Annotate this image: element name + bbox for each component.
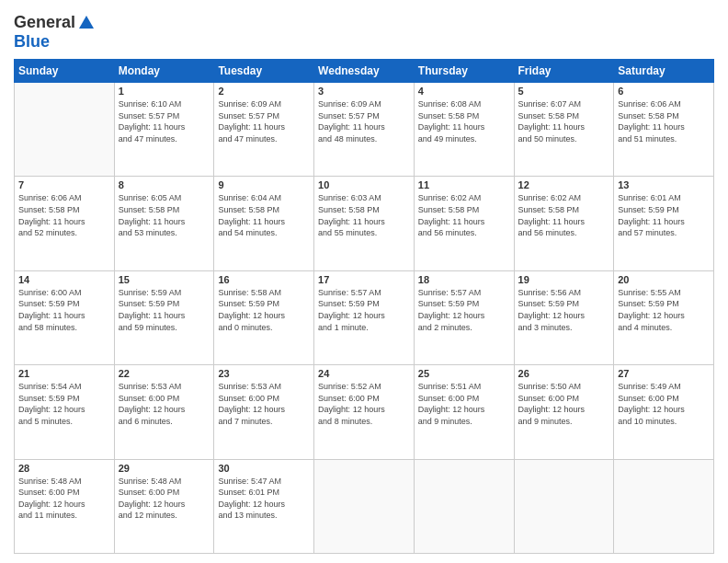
day-number: 20 — [618, 274, 710, 285]
day-info: Sunrise: 6:09 AM Sunset: 5:57 PM Dayligh… — [218, 98, 310, 144]
day-number: 17 — [318, 274, 410, 285]
day-number: 19 — [518, 274, 610, 285]
day-number: 22 — [119, 368, 210, 379]
calendar-week-3: 14Sunrise: 6:00 AM Sunset: 5:59 PM Dayli… — [15, 270, 714, 364]
calendar-cell: 18Sunrise: 5:57 AM Sunset: 5:59 PM Dayli… — [414, 270, 514, 364]
calendar-week-2: 7Sunrise: 6:06 AM Sunset: 5:58 PM Daylig… — [15, 177, 714, 270]
day-number: 5 — [518, 86, 610, 97]
logo-blue: Blue — [14, 32, 50, 51]
calendar-table: SundayMondayTuesdayWednesdayThursdayFrid… — [14, 59, 714, 554]
day-number: 27 — [618, 368, 710, 379]
day-info: Sunrise: 6:07 AM Sunset: 5:58 PM Dayligh… — [518, 98, 610, 144]
calendar-cell: 13Sunrise: 6:01 AM Sunset: 5:59 PM Dayli… — [614, 177, 714, 270]
weekday-monday: Monday — [114, 60, 214, 83]
calendar-cell — [614, 459, 714, 553]
calendar-cell — [414, 459, 514, 553]
weekday-thursday: Thursday — [414, 60, 514, 83]
calendar-cell: 3Sunrise: 6:09 AM Sunset: 5:57 PM Daylig… — [314, 83, 415, 177]
calendar-cell: 6Sunrise: 6:06 AM Sunset: 5:58 PM Daylig… — [614, 83, 714, 177]
day-info: Sunrise: 5:55 AM Sunset: 5:59 PM Dayligh… — [618, 287, 710, 333]
day-info: Sunrise: 5:49 AM Sunset: 6:00 PM Dayligh… — [618, 381, 710, 427]
calendar-cell: 16Sunrise: 5:58 AM Sunset: 5:59 PM Dayli… — [214, 270, 314, 364]
day-number: 21 — [18, 368, 110, 379]
day-number: 4 — [418, 86, 510, 97]
day-info: Sunrise: 5:47 AM Sunset: 6:01 PM Dayligh… — [218, 476, 310, 522]
day-number: 15 — [119, 274, 210, 285]
calendar-cell — [15, 83, 115, 177]
day-info: Sunrise: 5:53 AM Sunset: 6:00 PM Dayligh… — [218, 381, 310, 427]
calendar-week-1: 1Sunrise: 6:10 AM Sunset: 5:57 PM Daylig… — [15, 83, 714, 177]
weekday-saturday: Saturday — [614, 60, 714, 83]
calendar-cell: 26Sunrise: 5:50 AM Sunset: 6:00 PM Dayli… — [514, 365, 614, 459]
calendar-cell: 28Sunrise: 5:48 AM Sunset: 6:00 PM Dayli… — [15, 459, 115, 553]
day-info: Sunrise: 5:48 AM Sunset: 6:00 PM Dayligh… — [18, 476, 110, 522]
calendar-cell: 27Sunrise: 5:49 AM Sunset: 6:00 PM Dayli… — [614, 365, 714, 459]
day-info: Sunrise: 5:57 AM Sunset: 5:59 PM Dayligh… — [418, 287, 510, 333]
calendar-cell: 7Sunrise: 6:06 AM Sunset: 5:58 PM Daylig… — [15, 177, 115, 270]
calendar-cell: 24Sunrise: 5:52 AM Sunset: 6:00 PM Dayli… — [314, 365, 415, 459]
weekday-tuesday: Tuesday — [214, 60, 314, 83]
day-info: Sunrise: 5:58 AM Sunset: 5:59 PM Dayligh… — [218, 287, 310, 333]
day-number: 24 — [318, 368, 410, 379]
day-number: 23 — [218, 368, 310, 379]
calendar-cell: 29Sunrise: 5:48 AM Sunset: 6:00 PM Dayli… — [114, 459, 214, 553]
day-info: Sunrise: 5:53 AM Sunset: 6:00 PM Dayligh… — [119, 381, 210, 427]
weekday-sunday: Sunday — [15, 60, 115, 83]
day-number: 18 — [418, 274, 510, 285]
weekday-wednesday: Wednesday — [314, 60, 415, 83]
day-number: 1 — [119, 86, 210, 97]
day-number: 30 — [218, 463, 310, 474]
day-info: Sunrise: 6:05 AM Sunset: 5:58 PM Dayligh… — [119, 192, 210, 238]
calendar-cell: 14Sunrise: 6:00 AM Sunset: 5:59 PM Dayli… — [15, 270, 115, 364]
day-number: 26 — [518, 368, 610, 379]
calendar-cell: 8Sunrise: 6:05 AM Sunset: 5:58 PM Daylig… — [114, 177, 214, 270]
calendar-cell: 15Sunrise: 5:59 AM Sunset: 5:59 PM Dayli… — [114, 270, 214, 364]
header: General Blue — [14, 9, 714, 52]
calendar-cell: 1Sunrise: 6:10 AM Sunset: 5:57 PM Daylig… — [114, 83, 214, 177]
logo-general: General — [14, 13, 75, 32]
day-number: 10 — [318, 179, 410, 190]
day-number: 12 — [518, 179, 610, 190]
svg-marker-0 — [79, 16, 94, 29]
weekday-header-row: SundayMondayTuesdayWednesdayThursdayFrid… — [15, 60, 714, 83]
day-number: 13 — [618, 179, 710, 190]
day-number: 28 — [18, 463, 110, 474]
day-info: Sunrise: 6:09 AM Sunset: 5:57 PM Dayligh… — [318, 98, 410, 144]
day-number: 2 — [218, 86, 310, 97]
day-info: Sunrise: 6:01 AM Sunset: 5:59 PM Dayligh… — [618, 192, 710, 238]
day-info: Sunrise: 5:59 AM Sunset: 5:59 PM Dayligh… — [119, 287, 210, 333]
day-number: 25 — [418, 368, 510, 379]
day-info: Sunrise: 5:56 AM Sunset: 5:59 PM Dayligh… — [518, 287, 610, 333]
calendar-cell: 12Sunrise: 6:02 AM Sunset: 5:58 PM Dayli… — [514, 177, 614, 270]
day-number: 3 — [318, 86, 410, 97]
calendar-week-4: 21Sunrise: 5:54 AM Sunset: 5:59 PM Dayli… — [15, 365, 714, 459]
calendar-cell: 4Sunrise: 6:08 AM Sunset: 5:58 PM Daylig… — [414, 83, 514, 177]
day-info: Sunrise: 5:48 AM Sunset: 6:00 PM Dayligh… — [119, 476, 210, 522]
day-number: 6 — [618, 86, 710, 97]
calendar-cell: 19Sunrise: 5:56 AM Sunset: 5:59 PM Dayli… — [514, 270, 614, 364]
calendar-cell — [514, 459, 614, 553]
calendar-cell: 21Sunrise: 5:54 AM Sunset: 5:59 PM Dayli… — [15, 365, 115, 459]
calendar-cell: 11Sunrise: 6:02 AM Sunset: 5:58 PM Dayli… — [414, 177, 514, 270]
day-info: Sunrise: 6:03 AM Sunset: 5:58 PM Dayligh… — [318, 192, 410, 238]
calendar-cell: 2Sunrise: 6:09 AM Sunset: 5:57 PM Daylig… — [214, 83, 314, 177]
day-number: 8 — [119, 179, 210, 190]
day-info: Sunrise: 6:06 AM Sunset: 5:58 PM Dayligh… — [618, 98, 710, 144]
day-info: Sunrise: 6:10 AM Sunset: 5:57 PM Dayligh… — [119, 98, 210, 144]
calendar-cell: 5Sunrise: 6:07 AM Sunset: 5:58 PM Daylig… — [514, 83, 614, 177]
day-info: Sunrise: 5:54 AM Sunset: 5:59 PM Dayligh… — [18, 381, 110, 427]
calendar-cell: 30Sunrise: 5:47 AM Sunset: 6:01 PM Dayli… — [214, 459, 314, 553]
page: General Blue SundayMondayTuesdayWednesda… — [0, 0, 728, 563]
day-info: Sunrise: 5:57 AM Sunset: 5:59 PM Dayligh… — [318, 287, 410, 333]
day-info: Sunrise: 6:04 AM Sunset: 5:58 PM Dayligh… — [218, 192, 310, 238]
day-info: Sunrise: 6:02 AM Sunset: 5:58 PM Dayligh… — [418, 192, 510, 238]
day-info: Sunrise: 5:51 AM Sunset: 6:00 PM Dayligh… — [418, 381, 510, 427]
day-number: 7 — [18, 179, 110, 190]
day-number: 11 — [418, 179, 510, 190]
calendar-cell: 20Sunrise: 5:55 AM Sunset: 5:59 PM Dayli… — [614, 270, 714, 364]
logo-icon — [77, 14, 96, 32]
day-number: 9 — [218, 179, 310, 190]
day-info: Sunrise: 6:02 AM Sunset: 5:58 PM Dayligh… — [518, 192, 610, 238]
calendar-cell: 22Sunrise: 5:53 AM Sunset: 6:00 PM Dayli… — [114, 365, 214, 459]
calendar-cell: 9Sunrise: 6:04 AM Sunset: 5:58 PM Daylig… — [214, 177, 314, 270]
